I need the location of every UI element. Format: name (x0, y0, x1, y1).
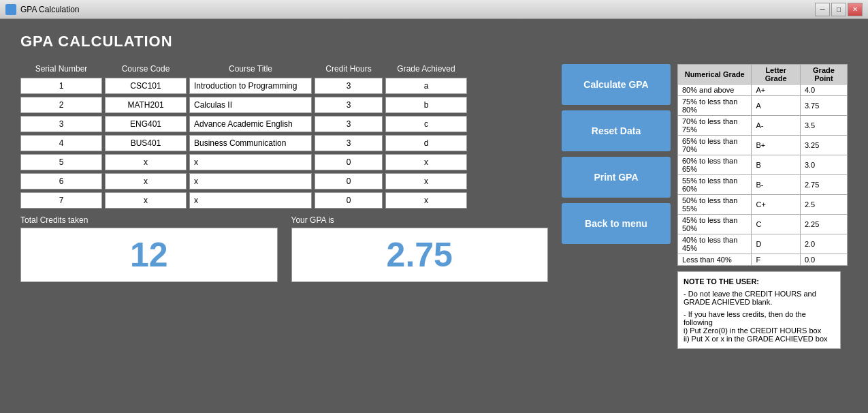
grade-table-cell: 2.0 (800, 234, 847, 254)
credits-4[interactable] (315, 135, 383, 151)
grade-table-cell: 3.5 (800, 116, 847, 136)
gpa-display: 2.75 (291, 228, 549, 282)
grade-table-header-letter: Letter Grade (752, 65, 800, 85)
grade-table-cell: 2.75 (800, 175, 847, 195)
serial-3[interactable] (20, 116, 102, 132)
grade-5[interactable] (385, 154, 467, 170)
close-button[interactable]: ✕ (848, 3, 863, 16)
grade-table-cell: A+ (752, 85, 800, 96)
serial-5[interactable] (20, 154, 102, 170)
credits-label: Total Credits taken (20, 215, 278, 225)
grade-table-cell: 50% to less than 55% (678, 195, 752, 215)
note-title: NOTE TO THE USER: (684, 277, 835, 286)
note-line1: - Do not leave the CREDIT HOURS and GRAD… (684, 290, 835, 306)
credits-6[interactable] (315, 173, 383, 189)
note-box: NOTE TO THE USER: - Do not leave the CRE… (677, 271, 841, 349)
page-title: GPA CALCULATION (20, 33, 848, 50)
grade-reference-table: Numerical Grade Letter Grade Grade Point… (677, 64, 848, 266)
grade-table-cell: 40% to less than 45% (678, 234, 752, 254)
back-to-menu-button[interactable]: Back to menu (562, 203, 671, 244)
table-row (20, 135, 548, 151)
grade-table-cell: 45% to less than 50% (678, 215, 752, 234)
grade-table-cell: F (752, 254, 800, 266)
header-credits: Credit Hours (315, 64, 383, 74)
serial-2[interactable] (20, 97, 102, 113)
note-line3: i) Put Zero(0) in the CREDIT HOURS box (684, 326, 835, 335)
title-5[interactable] (189, 154, 312, 170)
grade-table-cell: D (752, 234, 800, 254)
grade-table-header-numerical: Numerical Grade (678, 65, 752, 85)
title-3[interactable] (189, 116, 312, 132)
title-2[interactable] (189, 97, 312, 113)
title-4[interactable] (189, 135, 312, 151)
header-grade: Grade Achieved (385, 64, 467, 74)
grade-table-cell: B (752, 155, 800, 175)
code-7[interactable] (105, 192, 187, 209)
grade-table-cell: A- (752, 116, 800, 136)
grade-table-cell: B- (752, 175, 800, 195)
gpa-label: Your GPA is (291, 215, 549, 225)
grade-table-cell: A (752, 96, 800, 116)
serial-7[interactable] (20, 192, 102, 209)
total-credits-display: 12 (20, 228, 278, 282)
grade-table-cell: 2.25 (800, 215, 847, 234)
grade-table-cell: 3.75 (800, 96, 847, 116)
grade-table-cell: 70% to less than 75% (678, 116, 752, 136)
table-row (20, 192, 548, 209)
code-6[interactable] (105, 173, 187, 189)
serial-1[interactable] (20, 78, 102, 94)
table-row (20, 116, 548, 132)
credits-1[interactable] (315, 78, 383, 94)
table-row (20, 173, 548, 189)
grade-table-header-point: Grade Point (800, 65, 847, 85)
reset-data-button[interactable]: Reset Data (562, 110, 671, 151)
grade-4[interactable] (385, 135, 467, 151)
header-code: Course Code (105, 64, 187, 74)
title-1[interactable] (189, 78, 312, 94)
grade-table-cell: 4.0 (800, 85, 847, 96)
title-bar: GPA Calculation ─ □ ✕ (0, 0, 868, 19)
grade-3[interactable] (385, 116, 467, 132)
grade-table-cell: 55% to less than 60% (678, 175, 752, 195)
print-gpa-button[interactable]: Print GPA (562, 157, 671, 198)
title-7[interactable] (189, 192, 312, 209)
header-serial: Serial Number (20, 64, 102, 74)
grade-table-cell: 0.0 (800, 254, 847, 266)
grade-table-cell: 80% and above (678, 85, 752, 96)
grade-table-cell: 65% to less than 70% (678, 136, 752, 155)
note-line4: ii) Put X or x in the GRADE ACHIEVED box (684, 335, 835, 343)
calculate-gpa-button[interactable]: Calculate GPA (562, 64, 671, 105)
serial-6[interactable] (20, 173, 102, 189)
table-row (20, 154, 548, 170)
grade-6[interactable] (385, 173, 467, 189)
credits-2[interactable] (315, 97, 383, 113)
code-5[interactable] (105, 154, 187, 170)
grade-1[interactable] (385, 78, 467, 94)
grade-table-cell: 75% to less than 80% (678, 96, 752, 116)
table-row (20, 97, 548, 113)
code-3[interactable] (105, 116, 187, 132)
code-2[interactable] (105, 97, 187, 113)
grade-table-cell: 3.25 (800, 136, 847, 155)
credits-3[interactable] (315, 116, 383, 132)
header-title: Course Title (189, 64, 312, 74)
grade-table-cell: B+ (752, 136, 800, 155)
grade-table-cell: C+ (752, 195, 800, 215)
grade-table-cell: 3.0 (800, 155, 847, 175)
minimize-button[interactable]: ─ (815, 3, 830, 16)
note-line2: - If you have less credits, then do the … (684, 310, 835, 326)
table-row (20, 78, 548, 94)
app-icon (5, 4, 16, 15)
grade-table-cell: C (752, 215, 800, 234)
grade-7[interactable] (385, 192, 467, 209)
code-4[interactable] (105, 135, 187, 151)
title-6[interactable] (189, 173, 312, 189)
credits-5[interactable] (315, 154, 383, 170)
serial-4[interactable] (20, 135, 102, 151)
credits-7[interactable] (315, 192, 383, 209)
code-1[interactable] (105, 78, 187, 94)
grade-2[interactable] (385, 97, 467, 113)
app-title: GPA Calculation (20, 5, 80, 14)
grade-table-cell: 2.5 (800, 195, 847, 215)
maximize-button[interactable]: □ (831, 3, 846, 16)
